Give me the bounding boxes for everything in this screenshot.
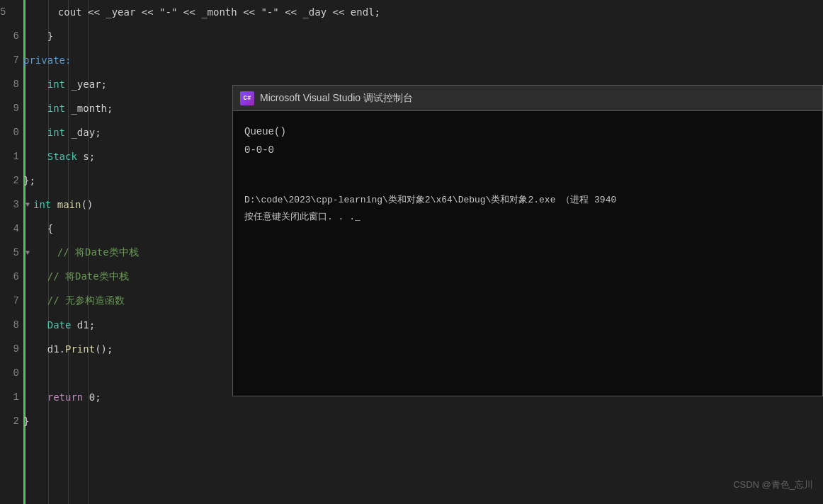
line-number: 5: [0, 247, 23, 258]
output-line-empty: [244, 159, 811, 178]
line-number: 4: [0, 223, 23, 234]
line-number: 2: [0, 416, 23, 427]
debug-console-dialog[interactable]: C# Microsoft Visual Studio 调试控制台 Queue()…: [232, 85, 823, 396]
code-line: d1.Print();: [23, 343, 113, 355]
code-line-comment: // 将Date类中栈: [23, 246, 139, 259]
code-line: Date d1;: [23, 319, 95, 331]
code-line: Stack s;: [23, 151, 95, 162]
line-number: 0: [0, 367, 23, 379]
line-number: 8: [0, 319, 23, 331]
code-line: }: [23, 30, 53, 42]
dialog-titlebar[interactable]: C# Microsoft Visual Studio 调试控制台: [233, 86, 822, 111]
watermark: CSDN @青色_忘川: [733, 479, 813, 491]
line-number: 6: [0, 271, 23, 282]
output-line-path: D:\code\2023\cpp-learning\类和对象2\x64\Debu…: [244, 192, 811, 209]
line-number: 1: [0, 391, 23, 403]
code-line: int _month;: [23, 103, 113, 114]
code-line: }: [23, 416, 29, 427]
code-editor: 5 cout << _year << "-" << _month << "-" …: [0, 0, 823, 504]
code-line-comment: // 将Date类中栈: [23, 270, 129, 283]
line-number: 1: [0, 151, 23, 162]
output-line-2: 0-0-0: [244, 141, 811, 159]
line-number: 2: [0, 175, 23, 186]
dialog-content: Queue() 0-0-0 D:\code\2023\cpp-learning\…: [233, 111, 822, 237]
code-line-private: private:: [23, 55, 71, 66]
collapse-icon-2[interactable]: ▼: [25, 249, 30, 257]
output-line-1: Queue(): [244, 122, 811, 141]
output-line-press: 按任意键关闭此窗口. . ._: [244, 209, 811, 226]
dialog-title: Microsoft Visual Studio 调试控制台: [260, 92, 413, 105]
line-number: 9: [0, 343, 23, 355]
line-number: 3: [0, 199, 23, 210]
code-line: int _day;: [23, 127, 101, 138]
line-number: 6: [0, 30, 23, 42]
line-number: 7: [0, 55, 23, 66]
code-line: int main(): [23, 199, 93, 210]
collapse-icon[interactable]: ▼: [25, 201, 30, 209]
line-number: 9: [0, 103, 23, 114]
vs-icon: C#: [240, 91, 254, 105]
line-number: 0: [0, 127, 23, 138]
code-line: {: [23, 223, 53, 234]
code-line: };: [23, 175, 35, 186]
code-line: int _year;: [23, 79, 107, 90]
code-line: return 0;: [23, 391, 101, 403]
line-number: 7: [0, 295, 23, 307]
code-line: cout << _year << "-" << _month << "-" <<…: [10, 6, 380, 18]
line-number: 8: [0, 79, 23, 90]
code-line-comment: // 无参构造函数: [23, 294, 125, 307]
line-number: 5: [0, 6, 10, 18]
